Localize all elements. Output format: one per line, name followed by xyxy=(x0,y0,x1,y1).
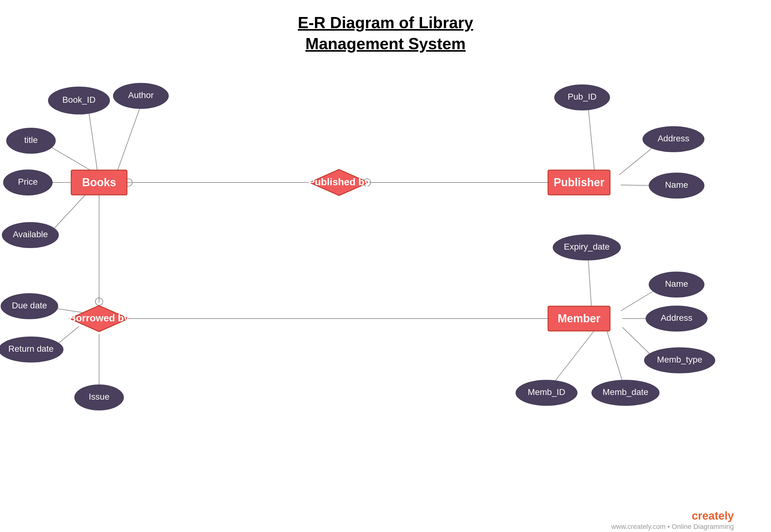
due-date-attr-label: Due date xyxy=(12,301,47,310)
expiry-date-attr-label: Expiry_date xyxy=(564,242,610,251)
pub-id-attr-label: Pub_ID xyxy=(567,92,597,101)
mem-address-attr-label: Address xyxy=(661,313,693,323)
svg-line-1 xyxy=(118,105,141,170)
publisher-entity-label: Publisher xyxy=(553,176,605,189)
brand-url: www.creately.com • Online Diagramming xyxy=(611,523,734,530)
book-id-attr-label: Book_ID xyxy=(62,95,95,105)
pub-address-attr-label: Address xyxy=(658,134,690,143)
price-attr-label: Price xyxy=(18,177,38,187)
issue-attr-label: Issue xyxy=(89,392,110,401)
svg-line-16 xyxy=(588,108,595,172)
svg-line-23 xyxy=(554,330,595,382)
svg-line-24 xyxy=(607,331,623,381)
borrowed-by-label: Borrowed by xyxy=(69,312,129,324)
published-by-label: Published by xyxy=(308,176,370,187)
title-attr-label: title xyxy=(24,135,38,145)
brand-name: creately xyxy=(692,509,734,522)
svg-line-2 xyxy=(48,145,93,172)
memb-date-attr-label: Memb_date xyxy=(603,387,648,397)
svg-line-20 xyxy=(621,289,657,311)
member-entity-label: Member xyxy=(558,312,601,325)
memb-id-attr-label: Memb_ID xyxy=(528,387,565,397)
pub-name-attr-label: Name xyxy=(665,180,688,190)
author-attr-label: Author xyxy=(128,90,154,100)
return-date-attr-label: Return date xyxy=(8,344,54,354)
memb-type-attr-label: Memb_type xyxy=(657,355,702,364)
mem-name-attr-label: Name xyxy=(665,279,688,289)
books-entity-label: Books xyxy=(82,176,116,189)
svg-line-19 xyxy=(588,260,592,307)
available-attr-label: Available xyxy=(13,230,48,239)
